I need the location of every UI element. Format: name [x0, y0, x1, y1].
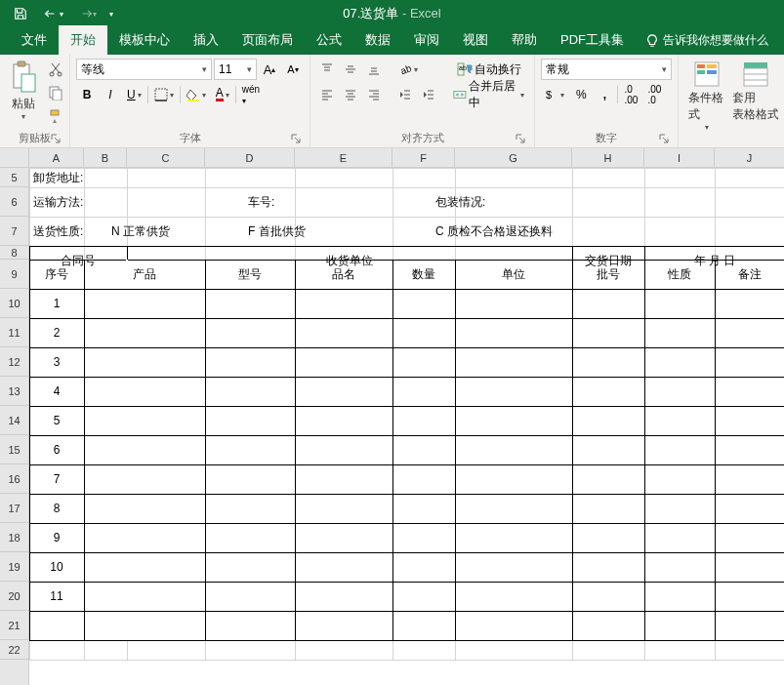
- align-bottom-button[interactable]: [363, 59, 385, 80]
- seq-cell[interactable]: 4: [29, 377, 84, 406]
- percent-button[interactable]: %: [570, 84, 592, 105]
- increase-font-button[interactable]: A▴: [259, 59, 280, 80]
- cut-button[interactable]: [45, 59, 66, 80]
- tab-review[interactable]: 审阅: [402, 25, 451, 55]
- row-header[interactable]: 10: [0, 289, 28, 318]
- tab-template[interactable]: 模板中心: [107, 25, 182, 55]
- column-header[interactable]: H: [572, 148, 644, 167]
- column-header[interactable]: C: [127, 148, 205, 167]
- tab-home[interactable]: 开始: [59, 25, 107, 55]
- label-c[interactable]: C 质检不合格退还换料: [432, 217, 627, 246]
- seq-cell[interactable]: 1: [29, 289, 84, 318]
- wrap-text-button[interactable]: ab 自动换行: [449, 59, 528, 80]
- tab-file[interactable]: 文件: [10, 25, 59, 55]
- label-n[interactable]: N 正常供货: [107, 217, 225, 246]
- underline-button[interactable]: U▾: [123, 84, 145, 105]
- merge-center-button[interactable]: 合并后居中▾: [449, 84, 528, 105]
- hdr-prop[interactable]: 性质: [644, 260, 715, 289]
- font-color-button[interactable]: A▾: [212, 84, 233, 105]
- row-header[interactable]: 16: [0, 464, 28, 494]
- hdr-name[interactable]: 品名: [295, 260, 392, 289]
- align-left-button[interactable]: [316, 84, 338, 105]
- fill-color-button[interactable]: ▾: [183, 84, 210, 105]
- font-launcher[interactable]: [290, 134, 302, 145]
- tab-help[interactable]: 帮助: [500, 25, 549, 55]
- hdr-seq[interactable]: 序号: [29, 260, 84, 289]
- clipboard-launcher[interactable]: [50, 134, 62, 145]
- row-header[interactable]: 8: [0, 246, 28, 260]
- hdr-qty[interactable]: 数量: [392, 260, 455, 289]
- row-header[interactable]: 12: [0, 347, 28, 377]
- format-painter-button[interactable]: [45, 105, 66, 127]
- row-header[interactable]: 5: [0, 168, 28, 187]
- row-header[interactable]: 14: [0, 406, 28, 435]
- row-header[interactable]: 22: [0, 640, 28, 660]
- tell-me[interactable]: 告诉我你想要做什么: [636, 26, 778, 55]
- increase-indent-button[interactable]: [418, 84, 439, 105]
- column-header[interactable]: F: [392, 148, 455, 167]
- hdr-remark[interactable]: 备注: [715, 260, 784, 289]
- undo-button[interactable]: ▾: [43, 3, 64, 24]
- row-header[interactable]: 20: [0, 582, 28, 611]
- font-size-combo[interactable]: 11▾: [214, 59, 257, 80]
- label-unload-addr[interactable]: 卸货地址:: [29, 168, 225, 187]
- row-header[interactable]: 17: [0, 494, 28, 523]
- table-format-button[interactable]: 套用 表格格式: [733, 59, 778, 125]
- seq-cell[interactable]: 8: [29, 494, 84, 523]
- italic-button[interactable]: I: [100, 84, 121, 105]
- decrease-indent-button[interactable]: [394, 84, 416, 105]
- font-name-combo[interactable]: 等线▾: [76, 59, 212, 80]
- seq-cell[interactable]: 6: [29, 435, 84, 464]
- hdr-product[interactable]: 产品: [84, 260, 205, 289]
- seq-cell[interactable]: 9: [29, 523, 84, 552]
- label-car-no[interactable]: 车号:: [244, 187, 342, 217]
- hdr-model[interactable]: 型号: [205, 260, 295, 289]
- row-header[interactable]: 9: [0, 260, 28, 289]
- column-header[interactable]: G: [455, 148, 572, 167]
- column-header[interactable]: E: [295, 148, 392, 167]
- hdr-batch[interactable]: 批号: [572, 260, 644, 289]
- redo-button[interactable]: ▾: [76, 3, 98, 24]
- column-header[interactable]: D: [205, 148, 295, 167]
- column-header[interactable]: J: [715, 148, 784, 167]
- row-header[interactable]: 11: [0, 318, 28, 347]
- row-header[interactable]: 13: [0, 377, 28, 406]
- border-button[interactable]: ▾: [150, 84, 178, 105]
- conditional-format-button[interactable]: 条件格式▾: [684, 59, 729, 134]
- seq-cell[interactable]: 11: [29, 582, 84, 611]
- row-header[interactable]: 18: [0, 523, 28, 552]
- align-middle-button[interactable]: [340, 59, 361, 80]
- select-all-corner[interactable]: [0, 148, 29, 168]
- row-header[interactable]: 6: [0, 187, 28, 217]
- orientation-button[interactable]: ab▾: [394, 59, 422, 80]
- row-header[interactable]: 19: [0, 552, 28, 582]
- tab-pdf[interactable]: PDF工具集: [549, 25, 636, 55]
- seq-cell[interactable]: 5: [29, 406, 84, 435]
- worksheet[interactable]: 5 6 7 8 9 10 11 12 13 14 15 16 17 18 19 …: [0, 148, 784, 685]
- seq-cell[interactable]: 3: [29, 347, 84, 377]
- label-f[interactable]: F 首批供货: [244, 217, 361, 246]
- bold-button[interactable]: B: [76, 84, 98, 105]
- qat-customize-icon[interactable]: ▾: [109, 10, 113, 19]
- tab-insert[interactable]: 插入: [182, 25, 230, 55]
- paste-button[interactable]: 粘贴 ▾: [6, 59, 41, 123]
- align-launcher[interactable]: [515, 134, 526, 145]
- align-right-button[interactable]: [363, 84, 385, 105]
- column-header[interactable]: I: [644, 148, 715, 167]
- tab-formula[interactable]: 公式: [305, 25, 353, 55]
- accounting-format-button[interactable]: $▾: [541, 84, 568, 105]
- row-header[interactable]: 15: [0, 435, 28, 464]
- row-header[interactable]: 21: [0, 611, 28, 640]
- row-header[interactable]: 7: [0, 217, 28, 246]
- number-launcher[interactable]: [658, 134, 670, 145]
- save-icon[interactable]: [10, 3, 31, 24]
- tab-data[interactable]: 数据: [353, 25, 402, 55]
- number-format-combo[interactable]: 常规▾: [541, 59, 672, 80]
- column-header[interactable]: B: [84, 148, 127, 167]
- tab-layout[interactable]: 页面布局: [230, 25, 305, 55]
- tab-view[interactable]: 视图: [451, 25, 500, 55]
- seq-cell[interactable]: 2: [29, 318, 84, 347]
- increase-decimal-button[interactable]: .0.00: [620, 84, 641, 105]
- column-header[interactable]: A: [29, 148, 84, 167]
- copy-button[interactable]: [45, 82, 66, 103]
